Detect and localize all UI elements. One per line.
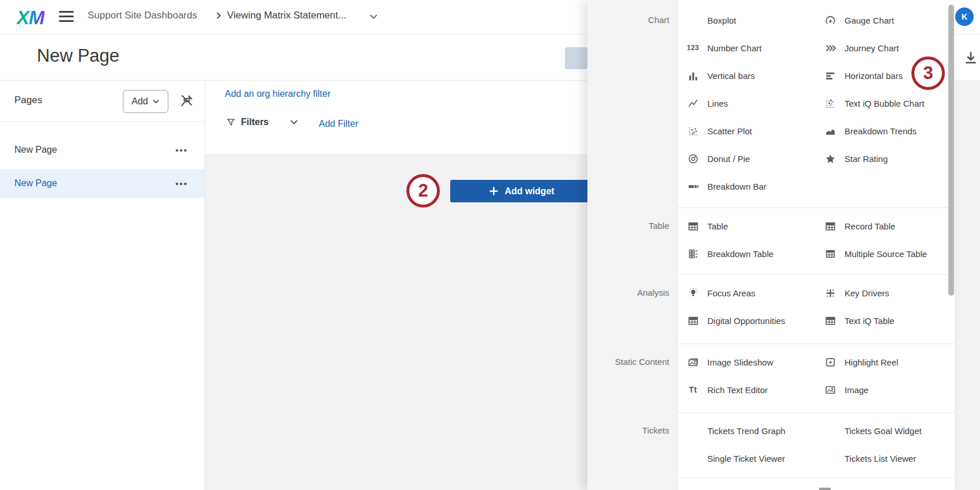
widget-item-donut-pie[interactable]: Donut / Pie: [685, 145, 815, 172]
sidebar-page-item[interactable]: New Page•••: [0, 169, 205, 198]
plus-icon: [489, 187, 498, 195]
panel-scrollbar[interactable]: [948, 5, 954, 296]
widget-item-label: Highlight Reel: [845, 357, 898, 367]
filters-chevron-down-icon[interactable]: [289, 118, 299, 126]
breakdown-bar-icon: [685, 180, 700, 193]
widget-item-lines[interactable]: Lines: [685, 89, 815, 117]
bulb-icon: [685, 287, 700, 299]
widget-item-label: Journey Chart: [845, 43, 899, 53]
annotation-circle-3: 3: [911, 56, 945, 90]
key-drivers-icon: [823, 287, 838, 299]
widget-item-label: Table: [707, 221, 728, 231]
no-icon: [685, 424, 700, 437]
pages-sidebar: Pages Add New Page•••New Page•••: [0, 81, 205, 490]
page-item-menu-icon[interactable]: •••: [175, 179, 188, 189]
page-item-label: New Page: [14, 145, 57, 155]
scatter-icon: [685, 125, 700, 137]
download-icon[interactable]: [963, 50, 979, 66]
widget-item-vertical-bars[interactable]: Vertical bars: [685, 62, 815, 89]
add-filter-link[interactable]: Add Filter: [319, 119, 358, 129]
rich-text-icon: Tt: [685, 383, 700, 396]
widget-item-label: Lines: [707, 99, 728, 108]
widget-category-label: Table: [587, 212, 669, 240]
widget-item-number-chart[interactable]: 123Number Chart: [685, 34, 815, 62]
page-list: New Page•••New Page•••: [0, 122, 205, 198]
widget-item-label: Digital Opportunities: [707, 316, 785, 326]
breadcrumb-chevron-down-icon[interactable]: [369, 13, 378, 23]
no-icon: [823, 452, 838, 465]
widget-item-record-table[interactable]: Record Table: [823, 212, 955, 240]
widget-item-label: Single Ticket Viewer: [707, 454, 785, 463]
widget-item-text-iq-bubble-chart[interactable]: Text iQ Bubble Chart: [823, 89, 955, 117]
widget-item-tickets-list-viewer[interactable]: Tickets List Viewer: [823, 444, 955, 472]
widget-item-label: Horizontal bars: [845, 71, 903, 81]
widget-item-breakdown-bar[interactable]: Breakdown Bar: [685, 172, 815, 200]
pages-sidebar-header: Pages Add: [0, 81, 205, 122]
widget-panel-sections: ChartBoxplot123Number ChartVertical bars…: [587, 0, 955, 490]
widget-item-label: Tickets List Viewer: [845, 454, 916, 463]
widget-item-label: Breakdown Table: [707, 249, 774, 259]
widget-item-image-slideshow[interactable]: Image Slideshow: [685, 348, 815, 376]
widget-item-digital-opportunities[interactable]: Digital Opportunities: [685, 307, 815, 334]
widget-item-label: Breakdown Trends: [845, 126, 917, 136]
breadcrumb-dashboards[interactable]: Support Site Dashboards: [88, 10, 197, 21]
widget-item-label: Tickets Trend Graph: [707, 426, 785, 436]
breadcrumb-current-dashboard[interactable]: Viewing Matrix Statement...: [227, 10, 346, 21]
donut-icon: [685, 152, 700, 165]
widget-item-label: Record Table: [845, 221, 895, 231]
filters-toggle[interactable]: Filters: [226, 117, 299, 127]
widget-item-breakdown-trends[interactable]: Breakdown Trends: [823, 117, 955, 145]
widget-item-star-rating[interactable]: Star Rating: [823, 145, 955, 172]
widget-item-gauge-chart[interactable]: Gauge Chart: [823, 6, 955, 34]
gauge-icon: [823, 14, 838, 27]
widget-item-tickets-goal-widget[interactable]: Tickets Goal Widget: [823, 417, 955, 444]
number-chart-icon: 123: [685, 42, 700, 54]
widget-item-label: Focus Areas: [707, 288, 755, 298]
widget-item-single-ticket-viewer[interactable]: Single Ticket Viewer: [685, 444, 815, 472]
widget-item-label: Key Drivers: [845, 288, 889, 298]
widget-item-label: Star Rating: [845, 154, 888, 164]
add-widget-button[interactable]: Add widget: [450, 180, 594, 202]
image-icon: [823, 383, 838, 396]
reel-icon: [823, 356, 838, 368]
widget-section-partial: [587, 478, 955, 490]
widget-item-key-drivers[interactable]: Key Drivers: [823, 279, 955, 307]
widget-item-multiple-source-table[interactable]: Multiple Source Table: [823, 240, 955, 267]
page-item-menu-icon[interactable]: •••: [175, 145, 188, 155]
multi-table-icon: [823, 247, 838, 260]
avatar[interactable]: K: [955, 7, 974, 26]
widget-item-label: Text iQ Table: [845, 316, 894, 326]
add-page-button[interactable]: Add: [123, 90, 168, 113]
chevron-down-icon: [152, 98, 160, 105]
widget-item-highlight-reel[interactable]: Highlight Reel: [823, 348, 955, 376]
hamburger-menu-icon[interactable]: [59, 11, 74, 24]
widget-item-label: Gauge Chart: [845, 16, 894, 25]
widget-item-rich-text-editor[interactable]: TtRich Text Editor: [685, 376, 815, 404]
widget-item-label: Multiple Source Table: [845, 249, 927, 259]
widget-picker-panel: ChartBoxplot123Number ChartVertical bars…: [587, 0, 955, 490]
widget-item-breakdown-table[interactable]: Breakdown Table: [685, 240, 815, 267]
widget-item-boxplot[interactable]: Boxplot: [685, 6, 815, 34]
widget-item-tickets-trend-graph[interactable]: Tickets Trend Graph: [685, 417, 815, 444]
widget-item-image[interactable]: Image: [823, 376, 955, 404]
bubble-icon: [823, 97, 838, 110]
horizontal-bars-icon: [823, 69, 838, 82]
widget-section-chart: ChartBoxplot123Number ChartVertical bars…: [587, 0, 955, 208]
partially-visible-widget-icon: [819, 488, 831, 490]
funnel-icon: [226, 117, 236, 127]
widget-item-label: Image Slideshow: [707, 357, 773, 367]
no-icon: [685, 14, 700, 27]
add-widget-label: Add widget: [504, 186, 554, 197]
unpin-sidebar-icon[interactable]: [178, 92, 196, 110]
widget-item-focus-areas[interactable]: Focus Areas: [685, 279, 815, 307]
widget-item-text-iq-table[interactable]: Text iQ Table: [823, 307, 955, 334]
sidebar-page-item[interactable]: New Page•••: [0, 135, 205, 164]
widget-category-label: Tickets: [587, 417, 669, 444]
filters-area: Add an org hierarchy filter Filters Add …: [205, 81, 587, 154]
widget-item-table[interactable]: Table: [685, 212, 815, 240]
no-icon: [685, 452, 700, 465]
widget-category-label: Analysis: [587, 279, 669, 307]
widget-item-scatter-plot[interactable]: Scatter Plot: [685, 117, 815, 145]
breakdown-trends-icon: [823, 125, 838, 137]
add-org-hierarchy-filter-link[interactable]: Add an org hierarchy filter: [225, 89, 330, 99]
